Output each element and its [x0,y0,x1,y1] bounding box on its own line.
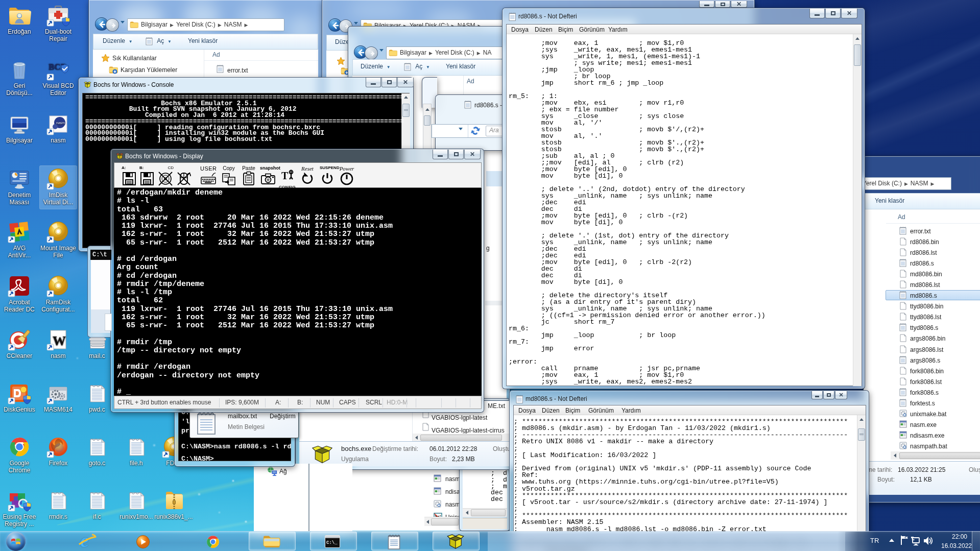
svg-text:nasm: nasm [56,121,65,125]
svg-text:T: T [281,170,289,181]
svg-text:W: W [53,333,66,348]
